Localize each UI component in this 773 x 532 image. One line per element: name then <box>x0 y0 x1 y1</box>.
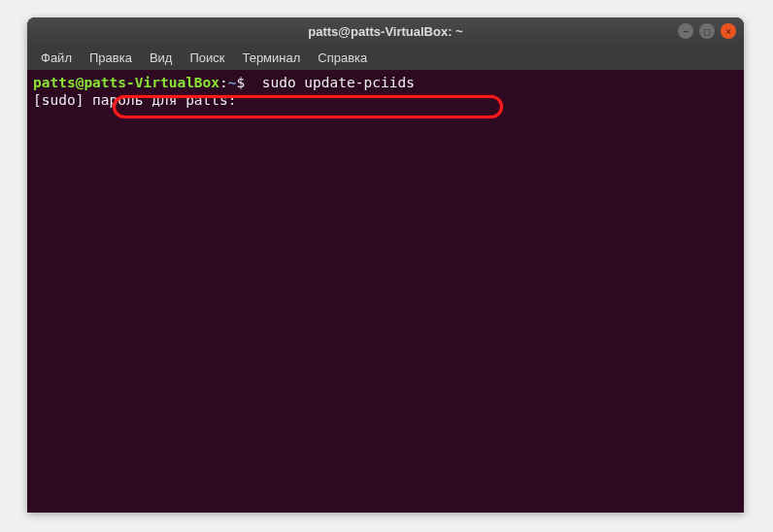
menu-edit[interactable]: Правка <box>82 47 140 69</box>
maximize-button[interactable]: □ <box>699 23 715 39</box>
titlebar[interactable]: patts@patts-VirtualBox: ~ − □ × <box>27 17 744 45</box>
menu-search[interactable]: Поиск <box>182 47 232 69</box>
window-title: patts@patts-VirtualBox: ~ <box>308 24 462 39</box>
terminal-line-2: [sudo] пароль для patts: <box>33 91 738 109</box>
close-button[interactable]: × <box>721 23 736 39</box>
maximize-icon: □ <box>704 26 710 37</box>
window-controls: − □ × <box>678 23 736 39</box>
menu-terminal[interactable]: Терминал <box>234 47 308 69</box>
prompt-symbol: $ <box>237 75 246 90</box>
sudo-prefix: [sudo] <box>33 92 92 108</box>
sudo-prompt: пароль для patts: <box>92 92 245 108</box>
terminal-window: patts@patts-VirtualBox: ~ − □ × Файл Пра… <box>27 17 744 513</box>
prompt-path: ~ <box>228 75 237 90</box>
minimize-button[interactable]: − <box>678 23 693 39</box>
menubar: Файл Правка Вид Поиск Терминал Справка <box>27 45 744 70</box>
menu-file[interactable]: Файл <box>33 47 80 69</box>
terminal-line-1: patts@patts-VirtualBox:~$ sudo update-pc… <box>33 74 738 91</box>
minimize-icon: − <box>683 26 689 37</box>
command-text: sudo update-pciids <box>245 75 415 90</box>
menu-help[interactable]: Справка <box>310 47 375 69</box>
terminal-body[interactable]: patts@patts-VirtualBox:~$ sudo update-pc… <box>27 70 744 513</box>
menu-view[interactable]: Вид <box>142 47 181 69</box>
close-icon: × <box>725 26 731 37</box>
prompt-user-host: patts@patts-VirtualBox <box>33 75 219 90</box>
prompt-colon: : <box>219 75 228 90</box>
